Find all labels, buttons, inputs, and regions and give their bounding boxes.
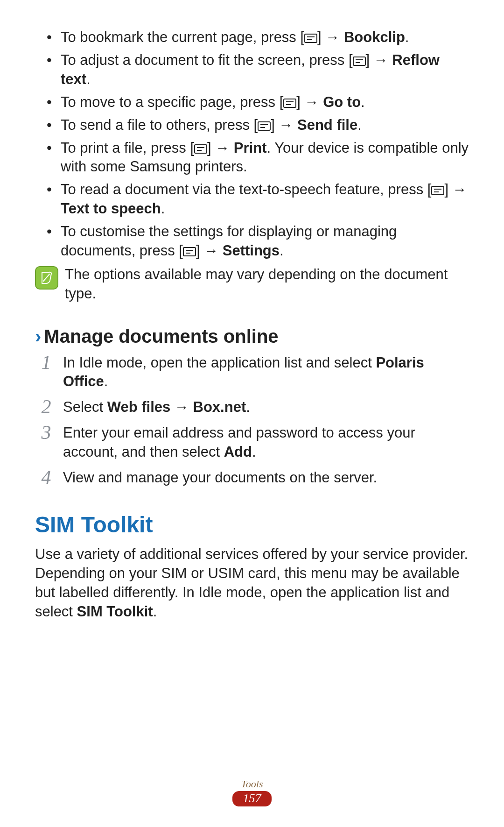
bullet-text-post: ] → — [271, 117, 297, 133]
bullet-text-tail: . — [86, 71, 91, 87]
bullet-list: To bookmark the current page, press [] →… — [35, 28, 469, 261]
sub-heading-text: Manage documents online — [44, 326, 278, 346]
page-number-badge: 157 — [232, 791, 272, 806]
bullet-item: To bookmark the current page, press [] →… — [61, 28, 469, 47]
section-heading: SIM Toolkit — [35, 510, 469, 539]
svg-rect-12 — [195, 145, 207, 153]
sub-heading: ›Manage documents online — [35, 324, 469, 349]
step-item: 1 In Idle mode, open the application lis… — [35, 353, 469, 392]
bullet-text-post: ] → — [366, 52, 392, 68]
bullet-text-pre: To move to a specific page, press [ — [61, 94, 283, 110]
bullet-item: To send a file to others, press [] → Sen… — [61, 116, 469, 135]
bullet-text-bold: Print — [234, 140, 267, 156]
bullet-text-pre: To adjust a document to fit the screen, … — [61, 52, 353, 68]
bullet-text-post: ] → — [196, 242, 223, 259]
step-number: 3 — [35, 420, 57, 445]
menu-icon — [258, 121, 271, 131]
bullet-text-tail: . — [161, 200, 165, 217]
bullet-text-bold: Settings — [223, 242, 280, 259]
steps-list: 1 In Idle mode, open the application lis… — [35, 353, 469, 488]
footer-section-label: Tools — [0, 778, 504, 790]
step-text-pre: View and manage your documents on the se… — [63, 469, 377, 486]
bullet-item: To print a file, press [] → Print. Your … — [61, 139, 469, 177]
step-number: 1 — [35, 350, 57, 375]
bullet-text-pre: To bookmark the current page, press [ — [61, 29, 304, 45]
menu-icon — [283, 99, 296, 108]
menu-icon — [431, 186, 444, 195]
bullet-text-post: ] → — [296, 94, 323, 110]
bullet-text-post: ] → — [317, 29, 344, 45]
bullet-item: To adjust a document to fit the screen, … — [61, 51, 469, 89]
bullet-item: To customise the settings for displaying… — [61, 222, 469, 261]
step-number: 2 — [35, 394, 57, 420]
sub-section: ›Manage documents online 1 In Idle mode,… — [35, 324, 469, 488]
svg-rect-0 — [305, 34, 317, 42]
step-text-tail: . — [104, 373, 108, 389]
bullet-text-bold: Send file — [297, 117, 357, 133]
chevron-icon: › — [35, 326, 41, 346]
step-item: 3 Enter your email address and password … — [35, 424, 469, 462]
step-text-pre: In Idle mode, open the application list … — [63, 354, 376, 371]
svg-rect-6 — [284, 99, 296, 107]
bullet-text-pre: To send a file to others, press [ — [61, 117, 258, 133]
body-bold: SIM Toolkit — [77, 603, 153, 620]
bullet-text-tail: . — [361, 94, 365, 110]
note-block: The options available may vary depending… — [35, 265, 469, 304]
step-item: 4 View and manage your documents on the … — [35, 468, 469, 488]
bullet-text-tail: . — [405, 29, 409, 45]
menu-icon — [353, 57, 366, 66]
svg-rect-3 — [353, 57, 365, 65]
step-text-tail: . — [246, 399, 250, 415]
body-tail: . — [153, 603, 157, 620]
bullet-text-bold: Go to — [323, 94, 361, 110]
bullet-text-tail: . — [280, 242, 284, 259]
step-text-tail: . — [252, 444, 256, 460]
note-text: The options available may vary depending… — [65, 265, 469, 304]
svg-rect-15 — [432, 186, 444, 195]
page-footer: Tools 157 — [0, 778, 504, 806]
bullet-item: To read a document via the text-to-speec… — [61, 180, 469, 219]
menu-icon — [194, 144, 207, 154]
note-icon — [35, 266, 58, 290]
menu-icon — [304, 34, 317, 43]
svg-rect-18 — [183, 247, 196, 256]
bullet-text-tail: . — [357, 117, 362, 133]
bullet-text-bold: Bookclip — [344, 29, 405, 45]
step-item: 2 Select Web files → Box.net. — [35, 398, 469, 417]
bullet-text-pre: To print a file, press [ — [61, 140, 194, 156]
bullet-text-post: ] → — [207, 140, 234, 156]
step-text-bold: Add — [224, 444, 252, 460]
step-text-bold: Web files → Box.net — [107, 399, 246, 415]
step-number: 4 — [35, 465, 57, 490]
note-icon-wrap — [35, 266, 59, 290]
section-sim-toolkit: SIM Toolkit Use a variety of additional … — [35, 510, 469, 622]
svg-rect-9 — [258, 122, 270, 130]
bullet-text-post: ] → — [444, 181, 467, 198]
bullet-item: To move to a specific page, press [] → G… — [61, 93, 469, 112]
bullet-text-bold: Text to speech — [61, 200, 161, 217]
step-text-pre: Select — [63, 399, 107, 415]
manual-page: To bookmark the current page, press [] →… — [0, 0, 504, 827]
bullet-text-pre: To read a document via the text-to-speec… — [61, 181, 431, 198]
content-block: To bookmark the current page, press [] →… — [35, 28, 469, 622]
section-body: Use a variety of additional services off… — [35, 545, 469, 622]
menu-icon — [183, 247, 196, 256]
